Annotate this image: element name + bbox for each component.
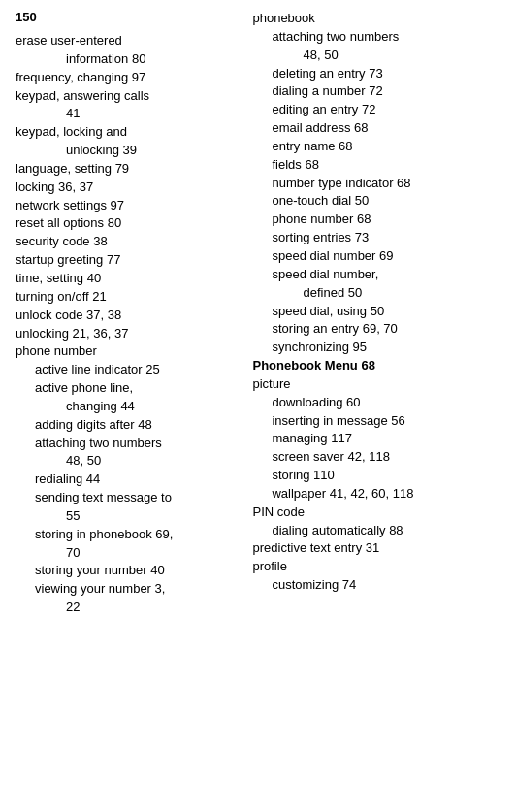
index-entry: phone number bbox=[16, 342, 241, 361]
index-entry: reset all options 80 bbox=[16, 214, 241, 233]
index-entry: speed dial number 69 bbox=[252, 247, 500, 266]
index-entry: frequency, changing 97 bbox=[16, 69, 241, 87]
index-entry: 22 bbox=[16, 599, 241, 617]
index-entry: inserting in message 56 bbox=[252, 412, 500, 431]
left-column: 150 erase user-enteredinformation 80freq… bbox=[16, 10, 248, 617]
index-entry: unlocking 39 bbox=[16, 142, 241, 160]
index-entry: deleting an entry 73 bbox=[252, 65, 500, 83]
index-entry: defined 50 bbox=[252, 284, 500, 303]
index-entry: phonebook bbox=[252, 10, 500, 28]
index-entry: profile bbox=[252, 558, 500, 576]
index-entry: active phone line, bbox=[16, 379, 241, 398]
index-entry: editing an entry 72 bbox=[252, 101, 500, 119]
index-entry: speed dial number, bbox=[252, 266, 500, 284]
index-entry: storing an entry 69, 70 bbox=[252, 320, 500, 339]
index-entry: 55 bbox=[16, 507, 241, 526]
index-entry: active line indicator 25 bbox=[16, 361, 241, 379]
index-entry: storing your number 40 bbox=[16, 562, 241, 580]
index-entry: fields 68 bbox=[252, 156, 500, 175]
index-entry: viewing your number 3, bbox=[16, 580, 241, 599]
index-entry: locking 36, 37 bbox=[16, 179, 241, 197]
index-entry: sorting entries 73 bbox=[252, 229, 500, 247]
index-entry: speed dial, using 50 bbox=[252, 303, 500, 321]
index-entry: dialing automatically 88 bbox=[252, 522, 500, 540]
index-entry: synchronizing 95 bbox=[252, 339, 500, 357]
index-entry: phone number 68 bbox=[252, 211, 500, 229]
index-entry: time, setting 40 bbox=[16, 270, 241, 288]
index-entry: screen saver 42, 118 bbox=[252, 448, 500, 467]
index-entry: attaching two numbers bbox=[16, 435, 241, 453]
index-entry: PIN code bbox=[252, 503, 500, 522]
index-entry: Phonebook Menu 68 bbox=[252, 357, 500, 375]
index-entry: 48, 50 bbox=[16, 452, 241, 471]
index-entry: unlock code 37, 38 bbox=[16, 307, 241, 325]
index-entry: downloading 60 bbox=[252, 394, 500, 412]
index-entry: language, setting 79 bbox=[16, 160, 241, 179]
index-entry: storing 110 bbox=[252, 467, 500, 485]
index-entry: 70 bbox=[16, 544, 241, 563]
index-entry: customizing 74 bbox=[252, 576, 500, 595]
index-entry: wallpaper 41, 42, 60, 118 bbox=[252, 485, 500, 503]
index-entry: keypad, answering calls bbox=[16, 87, 241, 106]
index-entry: predictive text entry 31 bbox=[252, 539, 500, 558]
index-entry: entry name 68 bbox=[252, 138, 500, 156]
index-entry: 41 bbox=[16, 105, 241, 123]
index-entry: security code 38 bbox=[16, 233, 241, 251]
index-entry: redialing 44 bbox=[16, 471, 241, 489]
left-index-entries: erase user-enteredinformation 80frequenc… bbox=[16, 32, 241, 617]
index-entry: 48, 50 bbox=[252, 47, 500, 65]
index-entry: storing in phonebook 69, bbox=[16, 526, 241, 544]
right-column: phonebookattaching two numbers48, 50dele… bbox=[248, 10, 500, 617]
index-entry: attaching two numbers bbox=[252, 28, 500, 47]
index-entry: number type indicator 68 bbox=[252, 175, 500, 193]
index-entry: one-touch dial 50 bbox=[252, 192, 500, 211]
index-entry: unlocking 21, 36, 37 bbox=[16, 325, 241, 343]
index-entry: managing 117 bbox=[252, 430, 500, 448]
index-entry: network settings 97 bbox=[16, 197, 241, 215]
index-entry: startup greeting 77 bbox=[16, 251, 241, 270]
index-entry: email address 68 bbox=[252, 119, 500, 138]
index-entry: dialing a number 72 bbox=[252, 82, 500, 101]
index-entry: changing 44 bbox=[16, 398, 241, 416]
index-entry: adding digits after 48 bbox=[16, 416, 241, 435]
index-entry: picture bbox=[252, 375, 500, 394]
index-entry: information 80 bbox=[16, 50, 241, 69]
index-entry: erase user-entered bbox=[16, 32, 241, 50]
index-entry: keypad, locking and bbox=[16, 123, 241, 142]
page-container: 150 erase user-enteredinformation 80freq… bbox=[16, 10, 500, 617]
index-entry: turning on/off 21 bbox=[16, 288, 241, 307]
index-entry: sending text message to bbox=[16, 489, 241, 507]
right-index-entries: phonebookattaching two numbers48, 50dele… bbox=[252, 10, 500, 595]
page-number: 150 bbox=[16, 10, 241, 24]
